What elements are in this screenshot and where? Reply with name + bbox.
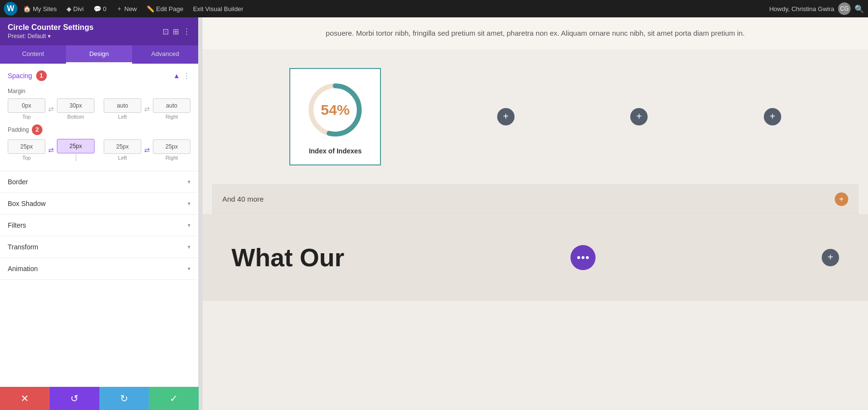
dot-1 bbox=[577, 256, 580, 259]
margin-link-icon[interactable]: ⇄ bbox=[48, 105, 54, 113]
page-preview: posuere. Morbi tortor nibh, fringilla se… bbox=[203, 17, 868, 410]
padding-top-input[interactable]: 25px bbox=[8, 139, 45, 154]
new-label: New bbox=[124, 5, 137, 13]
padding-badge: 2 bbox=[32, 124, 42, 135]
margin-bottom-input[interactable]: 30px bbox=[57, 98, 95, 113]
preset-row: Preset: Default ▾ bbox=[8, 33, 94, 40]
border-section-title: Border bbox=[8, 178, 28, 186]
settings-panel: Circle Counter Settings Preset: Default … bbox=[0, 17, 199, 410]
spacing-section-title: Spacing 1 bbox=[8, 70, 47, 81]
padding-left-label: Left bbox=[118, 155, 127, 161]
transform-chevron: ▾ bbox=[188, 244, 190, 250]
margin-bottom-label: Bottom bbox=[68, 114, 84, 120]
padding-left-input[interactable]: 25px bbox=[104, 139, 141, 154]
filters-chevron: ▾ bbox=[188, 222, 190, 229]
bottom-toolbar: ✕ ↺ ↻ ✓ bbox=[0, 387, 199, 410]
expand-icon[interactable]: ⊞ bbox=[173, 27, 179, 36]
exit-label: Exit Visual Builder bbox=[193, 5, 244, 13]
padding-link-icon[interactable]: ⇄ bbox=[48, 146, 54, 154]
purple-dots-button[interactable] bbox=[570, 245, 596, 270]
comments-link[interactable]: 💬 0 bbox=[90, 3, 110, 14]
transform-section-header[interactable]: Transform ▾ bbox=[0, 236, 198, 258]
margin-top-input[interactable]: 0px bbox=[8, 98, 45, 113]
preset-label[interactable]: Preset: Default bbox=[8, 33, 46, 40]
margin-right-cell: auto Right bbox=[153, 98, 190, 120]
tab-design[interactable]: Design bbox=[66, 45, 132, 64]
box-shadow-section: Box Shadow ▾ bbox=[0, 193, 198, 215]
margin-top-label: Top bbox=[22, 114, 31, 120]
counter-label: Index of Indexes bbox=[309, 147, 362, 155]
padding-bottom-input[interactable]: 25px bbox=[57, 139, 95, 153]
undo-button[interactable]: ↺ bbox=[50, 387, 99, 410]
admin-bar: W 🏠 My Sites ◆ Divi 💬 0 ＋ New ✏️ Edit Pa… bbox=[0, 0, 868, 17]
cancel-button[interactable]: ✕ bbox=[0, 387, 50, 410]
padding-right-label: Right bbox=[165, 155, 178, 161]
wp-logo: W bbox=[4, 2, 17, 15]
divi-link[interactable]: ◆ Divi bbox=[63, 3, 88, 14]
more-options-icon[interactable]: ⋮ bbox=[183, 27, 190, 36]
filters-section: Filters ▾ bbox=[0, 215, 198, 236]
circle-percent: 54% bbox=[321, 102, 350, 118]
minimize-icon[interactable]: ⊡ bbox=[163, 27, 169, 36]
spacing-section-header[interactable]: Spacing 1 ▲ ⋮ bbox=[0, 64, 198, 88]
edit-page-label: Edit Page bbox=[156, 5, 183, 13]
new-button[interactable]: ＋ New bbox=[112, 2, 141, 15]
padding-bottom-cell: 25px bbox=[57, 139, 95, 161]
search-icon[interactable]: 🔍 bbox=[854, 4, 864, 14]
what-our-section: What Our + bbox=[203, 214, 868, 301]
tab-advanced[interactable]: Advanced bbox=[132, 45, 198, 64]
redo-button[interactable]: ↻ bbox=[99, 387, 149, 410]
animation-section-header[interactable]: Animation ▾ bbox=[0, 258, 198, 279]
box-shadow-chevron: ▾ bbox=[188, 200, 190, 207]
pencil-icon: ✏️ bbox=[147, 5, 154, 13]
margin-link-icon-2[interactable]: ⇄ bbox=[144, 105, 150, 113]
border-chevron: ▾ bbox=[188, 178, 190, 185]
avatar: CG bbox=[838, 2, 851, 15]
border-section-header[interactable]: Border ▾ bbox=[0, 171, 198, 192]
intro-paragraph: posuere. Morbi tortor nibh, fringilla se… bbox=[231, 27, 839, 40]
animation-chevron: ▾ bbox=[188, 265, 190, 272]
add-button-2[interactable]: + bbox=[630, 108, 648, 125]
box-shadow-section-title: Box Shadow bbox=[8, 200, 46, 207]
padding-right-input[interactable]: 25px bbox=[153, 139, 190, 154]
main-layout: Circle Counter Settings Preset: Default … bbox=[0, 17, 868, 410]
exit-visual-builder-button[interactable]: Exit Visual Builder bbox=[189, 3, 247, 14]
more-bar: And 40 more + bbox=[212, 184, 858, 214]
padding-right-cell: 25px Right bbox=[153, 139, 190, 161]
edit-page-button[interactable]: ✏️ Edit Page bbox=[143, 3, 187, 14]
margin-left-label: Left bbox=[118, 114, 127, 120]
padding-link-icon-2[interactable]: ⇄ bbox=[144, 146, 150, 154]
add-button-1[interactable]: + bbox=[497, 108, 515, 125]
filters-section-header[interactable]: Filters ▾ bbox=[0, 215, 198, 236]
panel-scrollbar[interactable] bbox=[199, 17, 203, 410]
margin-right-input[interactable]: auto bbox=[153, 98, 190, 113]
dot-2 bbox=[582, 256, 584, 259]
box-shadow-section-header[interactable]: Box Shadow ▾ bbox=[0, 193, 198, 214]
spacing-collapse-icon[interactable]: ▲ bbox=[173, 72, 180, 80]
what-our-add-button[interactable]: + bbox=[822, 249, 839, 266]
padding-label: Padding 2 bbox=[8, 124, 190, 135]
my-sites-label: My Sites bbox=[33, 5, 57, 13]
user-greeting: Howdy, Christina Gwira bbox=[769, 5, 834, 13]
my-sites-link[interactable]: 🏠 My Sites bbox=[19, 3, 61, 14]
more-add-button[interactable]: + bbox=[835, 192, 848, 206]
panel-tabs: Content Design Advanced bbox=[0, 45, 198, 64]
panel-title: Circle Counter Settings bbox=[8, 23, 94, 32]
dot-3 bbox=[586, 256, 589, 259]
comments-icon: 💬 bbox=[94, 5, 101, 13]
more-bar-text: And 40 more bbox=[222, 195, 264, 203]
spacing-content: Margin 0px Top ⇄ 30px Bottom bbox=[0, 88, 198, 171]
divi-label: Divi bbox=[73, 5, 84, 13]
add-button-3[interactable]: + bbox=[764, 108, 781, 125]
spacing-section: Spacing 1 ▲ ⋮ Margin 0px Top bbox=[0, 64, 198, 171]
save-button[interactable]: ✓ bbox=[149, 387, 199, 410]
panel-header: Circle Counter Settings Preset: Default … bbox=[0, 17, 198, 45]
comments-count: 0 bbox=[103, 5, 107, 13]
margin-left-input[interactable]: auto bbox=[104, 98, 141, 113]
tab-content[interactable]: Content bbox=[0, 45, 66, 64]
counter-card: 54% Index of Indexes bbox=[289, 68, 381, 165]
what-our-title: What Our bbox=[231, 243, 344, 272]
margin-inputs: 0px Top ⇄ 30px Bottom auto bbox=[8, 98, 190, 120]
padding-inputs: 25px Top ⇄ 25px bbox=[8, 139, 190, 161]
spacing-more-icon[interactable]: ⋮ bbox=[183, 71, 190, 81]
